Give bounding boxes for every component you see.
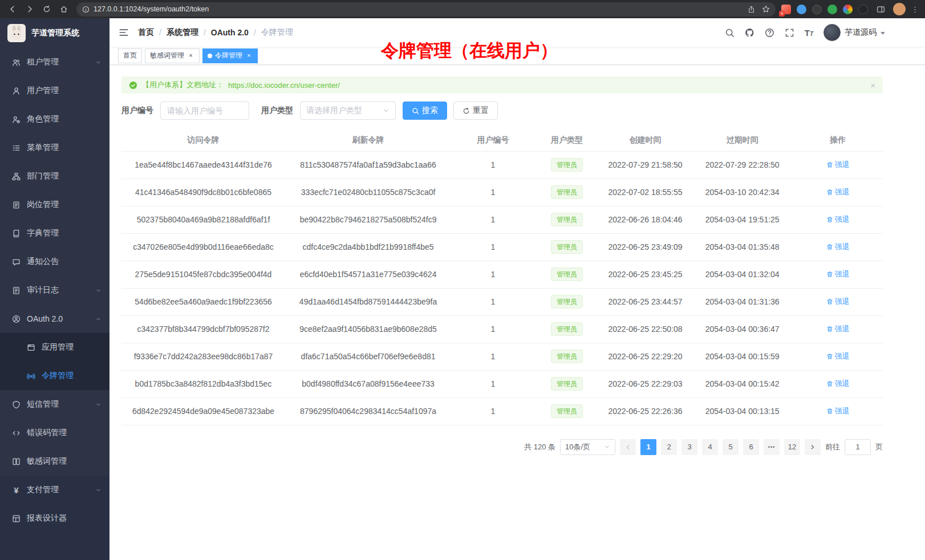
user-type-badge: 管理员 xyxy=(551,377,583,391)
prev-page-button[interactable] xyxy=(620,439,636,455)
force-logout-button[interactable]: 强退 xyxy=(826,324,850,334)
sidebar-item-pay[interactable]: ¥支付管理 xyxy=(0,476,109,504)
action-cell: 强退 xyxy=(793,315,883,343)
token-table: 访问令牌刷新令牌用户编号用户类型创建时间过期时间操作 1ea5e44f8bc14… xyxy=(121,130,883,425)
access-token-cell: b0d1785bc3a8482f812db4a3f3bd15ec xyxy=(121,370,285,397)
browser-menu-icon[interactable]: ⋮ xyxy=(911,5,919,14)
force-logout-button[interactable]: 强退 xyxy=(826,187,850,197)
sidebar-item-post[interactable]: 岗位管理 xyxy=(0,190,109,219)
search-icon[interactable] xyxy=(725,28,735,38)
dept-icon xyxy=(11,172,21,181)
user-name: 芋道源码 xyxy=(845,27,877,38)
page-size-select[interactable]: 10条/页 xyxy=(560,439,615,455)
user-type-cell: 管理员 xyxy=(535,343,599,370)
app-logo[interactable]: 芋道管理系统 xyxy=(0,18,109,48)
sidebar-item-oauth2[interactable]: OAuth 2.0 xyxy=(0,305,109,333)
extension-blue-icon[interactable] xyxy=(797,5,806,14)
site-info-icon[interactable] xyxy=(82,6,90,13)
page-button-3[interactable]: 3 xyxy=(681,439,697,455)
force-logout-button[interactable]: 强退 xyxy=(826,379,850,389)
force-logout-button[interactable]: 强退 xyxy=(826,406,850,416)
font-size-icon[interactable]: TT xyxy=(805,29,813,37)
sidebar-item-user[interactable]: 用户管理 xyxy=(0,76,109,105)
next-page-button[interactable] xyxy=(805,439,821,455)
user-type-badge: 管理员 xyxy=(551,350,583,363)
sidebar-item-sensitive-word[interactable]: 敏感词管理 xyxy=(0,447,109,476)
view-tab[interactable]: 首页 xyxy=(118,48,142,63)
breadcrumb-item[interactable]: 系统管理 xyxy=(167,27,198,38)
user-type-badge: 管理员 xyxy=(551,267,583,281)
address-bar[interactable]: 127.0.0.1:1024/system/oauth2/token xyxy=(76,2,776,17)
force-logout-button[interactable]: 强退 xyxy=(826,351,850,362)
force-logout-button[interactable]: 强退 xyxy=(826,242,850,252)
trash-icon xyxy=(826,408,833,415)
sidebar-item-role[interactable]: 角色管理 xyxy=(0,105,109,133)
page-button-6[interactable]: 6 xyxy=(743,439,759,455)
browser-profile-avatar[interactable] xyxy=(893,3,906,15)
create-time-cell: 2022-06-25 23:44:57 xyxy=(599,288,692,315)
browser-home-button[interactable] xyxy=(57,2,71,16)
sidebar-item-menu[interactable]: 菜单管理 xyxy=(0,133,109,162)
access-token-cell: c342377bf8b344799dcbf7bf095287f2 xyxy=(121,315,285,343)
sidebar-item-dict[interactable]: 字典管理 xyxy=(0,219,109,247)
fullscreen-icon[interactable] xyxy=(785,28,794,38)
share-icon[interactable] xyxy=(748,6,755,13)
action-cell: 强退 xyxy=(793,288,883,315)
create-time-cell: 2022-07-02 18:55:55 xyxy=(599,178,692,206)
dict-icon xyxy=(11,229,21,238)
extension-paw-icon[interactable] xyxy=(858,5,868,14)
force-logout-button[interactable]: 强退 xyxy=(826,269,850,279)
sidebar-item-error-code[interactable]: 错误码管理 xyxy=(0,419,109,447)
split-view-icon[interactable] xyxy=(874,2,887,16)
question-icon[interactable] xyxy=(765,28,774,38)
more-pages-button[interactable]: ••• xyxy=(764,439,780,455)
view-tab[interactable]: 令牌管理× xyxy=(202,48,258,63)
logo-avatar xyxy=(7,24,26,42)
doc-link[interactable]: https://doc.iocoder.cn/user-center/ xyxy=(228,81,340,90)
goto-page-input[interactable] xyxy=(845,439,871,455)
force-logout-button[interactable]: 强退 xyxy=(826,214,850,225)
page-button-1[interactable]: 1 xyxy=(640,439,656,455)
sidebar-item-app-manage[interactable]: 应用管理 xyxy=(0,333,109,362)
sidebar-item-audit-log[interactable]: 审计日志 xyxy=(0,276,109,305)
close-icon[interactable]: × xyxy=(187,52,194,59)
sidebar-item-sms[interactable]: 短信管理 xyxy=(0,390,109,419)
extension-colorful-icon[interactable] xyxy=(843,5,853,14)
expire-time-cell: 2054-03-04 00:15:59 xyxy=(692,343,793,370)
page-button-4[interactable]: 4 xyxy=(702,439,718,455)
browser-reload-button[interactable] xyxy=(40,2,54,16)
bookmark-star-icon[interactable] xyxy=(762,5,770,13)
sidebar-item-notice[interactable]: 通知公告 xyxy=(0,247,109,276)
page-button-12[interactable]: 12 xyxy=(784,439,800,455)
sidebar-item-dept[interactable]: 部门管理 xyxy=(0,162,109,190)
chevron-down-icon xyxy=(95,487,102,493)
breadcrumb-item[interactable]: OAuth 2.0 xyxy=(211,28,249,37)
page-button-2[interactable]: 2 xyxy=(661,439,677,455)
search-button[interactable]: 搜索 xyxy=(403,102,447,120)
sidebar-item-tenant[interactable]: 租户管理 xyxy=(0,48,109,76)
extension-green-icon[interactable] xyxy=(827,5,837,14)
github-icon[interactable] xyxy=(745,28,754,38)
force-logout-button[interactable]: 强退 xyxy=(826,160,850,170)
browser-forward-button[interactable] xyxy=(23,2,36,16)
close-icon[interactable]: × xyxy=(870,81,875,90)
search-icon xyxy=(412,107,419,115)
force-logout-button[interactable]: 强退 xyxy=(826,297,850,307)
browser-back-button[interactable] xyxy=(6,2,19,16)
table-row: b0d1785bc3a8482f812db4a3f3bd15ecb0df4980… xyxy=(121,370,883,397)
user-type-select[interactable]: 请选择用户类型 xyxy=(300,102,396,120)
breadcrumb-item[interactable]: 首页 xyxy=(138,27,154,38)
view-tab[interactable]: 敏感词管理× xyxy=(145,48,200,63)
user-id-input[interactable] xyxy=(160,102,249,120)
extension-red-icon[interactable]: 0 xyxy=(781,5,791,14)
close-icon[interactable]: × xyxy=(245,52,253,59)
page-button-5[interactable]: 5 xyxy=(723,439,739,455)
user-menu[interactable]: 芋道源码 xyxy=(823,24,885,41)
sidebar-item-report-designer[interactable]: 报表设计器 xyxy=(0,504,109,533)
reset-button[interactable]: 重置 xyxy=(453,102,498,120)
sidebar-toggle-button[interactable] xyxy=(119,27,129,38)
report-icon xyxy=(11,514,21,523)
extension-dark-icon[interactable] xyxy=(812,5,822,14)
user-type-badge: 管理员 xyxy=(551,404,583,418)
sidebar-item-token-manage[interactable]: 令牌管理 xyxy=(0,362,109,390)
